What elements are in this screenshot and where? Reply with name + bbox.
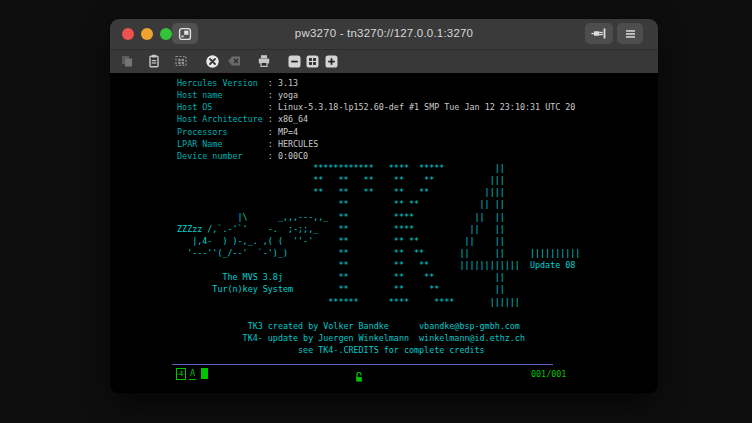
- oia-model-badge: 4: [176, 368, 186, 380]
- erase-button[interactable]: [225, 52, 243, 70]
- credits-line: TK3 created by Volker Bandke vbandke@bsp…: [172, 320, 580, 332]
- ascii-art-line: '---''(_/--' `-')_) ** ** ** || || |||||…: [172, 247, 580, 259]
- unlocked-padlock-icon: [354, 368, 364, 387]
- print-button[interactable]: [255, 52, 273, 70]
- info-label: Device number: [172, 151, 268, 161]
- ascii-art-line: |\ _,,,---,,_ ** **** || ||: [172, 211, 580, 223]
- zoom-best-fit-button[interactable]: [303, 52, 321, 70]
- hamburger-menu-icon: [624, 28, 637, 40]
- oia-status-bar: 4 A 001/001: [172, 368, 592, 381]
- paste-icon: [147, 54, 161, 68]
- info-line: Device number : 0:00C0: [172, 150, 580, 162]
- zoom-in-icon: [324, 54, 339, 69]
- info-label: Processors: [172, 127, 268, 137]
- ascii-art-line: ** ** ** ** ** ||||: [172, 186, 580, 198]
- oia-separator: [172, 364, 553, 365]
- pw3270-window: pw3270 - tn3270://127.0.0.1:3270: [110, 19, 658, 393]
- toolbar: [110, 50, 658, 73]
- info-value: : 3.13: [268, 78, 298, 88]
- info-line: Hercules Version : 3.13: [172, 77, 580, 89]
- ascii-art-line: The MVS 3.8j ** ** ** ||: [172, 271, 580, 283]
- screen-text: Hercules Version : 3.13 Host name : yoga…: [172, 77, 580, 356]
- info-line: Host name : yoga: [172, 89, 580, 101]
- ascii-art-line: Tur(n)key System ** ** ** ||: [172, 283, 580, 295]
- ascii-art-line: ** ** ** ** ** |||: [172, 174, 580, 186]
- credits-line: see TK4-.CREDITS for complete credits: [172, 344, 580, 356]
- info-label: Hercules Version: [172, 78, 268, 88]
- ascii-art-line: ************ **** ***** ||: [172, 162, 580, 174]
- desktop: pw3270 - tn3270://127.0.0.1:3270: [0, 0, 752, 423]
- oia-cursor-position: 001/001: [531, 369, 566, 379]
- info-label: Host Architecture: [172, 114, 268, 124]
- ascii-art-line: |,4- ) )-,_. ,( ( ''-' ** ** ** || ||: [172, 235, 580, 247]
- zoom-in-button[interactable]: [322, 52, 340, 70]
- oia-keyboard-indicator: A: [189, 368, 196, 380]
- ascii-art-line: ** ** ** || ||: [172, 198, 580, 210]
- info-value: : yoga: [268, 90, 298, 100]
- info-line: Host Architecture : x86_64: [172, 113, 580, 125]
- info-label: Host name: [172, 90, 268, 100]
- select-all-icon: [174, 54, 188, 68]
- zoom-out-icon: [287, 54, 302, 69]
- terminal-area[interactable]: Hercules Version : 3.13 Host name : yoga…: [110, 73, 658, 393]
- info-line: Processors : MP=4: [172, 126, 580, 138]
- connection-button[interactable]: [585, 23, 613, 44]
- titlebar: pw3270 - tn3270://127.0.0.1:3270: [110, 19, 658, 50]
- paste-button[interactable]: [145, 52, 163, 70]
- credits-line: TK4- update by Juergen Winkelmann winkel…: [172, 332, 580, 344]
- menu-button[interactable]: [617, 23, 643, 44]
- info-value: : Linux-5.3.18-lp152.60-def #1 SMP Tue J…: [268, 102, 576, 112]
- print-icon: [257, 54, 271, 68]
- blank-line: [172, 308, 580, 320]
- zoom-best-fit-icon: [305, 54, 320, 69]
- copy-icon: [120, 54, 134, 68]
- window-title: pw3270 - tn3270://127.0.0.1:3270: [110, 27, 658, 39]
- connection-plug-icon: [591, 27, 607, 40]
- ascii-art-line: ZZZzz /,`.-'`' -. ;-;;,_ ** **** || ||: [172, 223, 580, 235]
- info-line: LPAR Name : HERCULES: [172, 138, 580, 150]
- oia-cursor-block: [201, 368, 208, 379]
- zoom-out-button[interactable]: [285, 52, 303, 70]
- copy-button[interactable]: [118, 52, 136, 70]
- info-line: Host OS : Linux-5.3.18-lp152.60-def #1 S…: [172, 101, 580, 113]
- disconnect-icon: [205, 54, 220, 69]
- info-value: : HERCULES: [268, 139, 318, 149]
- info-label: LPAR Name: [172, 139, 268, 149]
- info-value: : x86_64: [268, 114, 308, 124]
- info-value: : MP=4: [268, 127, 298, 137]
- info-value: : 0:00C0: [268, 151, 308, 161]
- select-all-button[interactable]: [172, 52, 190, 70]
- ascii-art-line: ****** **** **** ||||||: [172, 296, 580, 308]
- info-label: Host OS: [172, 102, 268, 112]
- disconnect-button[interactable]: [203, 52, 221, 70]
- ascii-art-line: ** ** ** |||||||||||| Update 08: [172, 259, 580, 271]
- erase-icon: [227, 55, 242, 67]
